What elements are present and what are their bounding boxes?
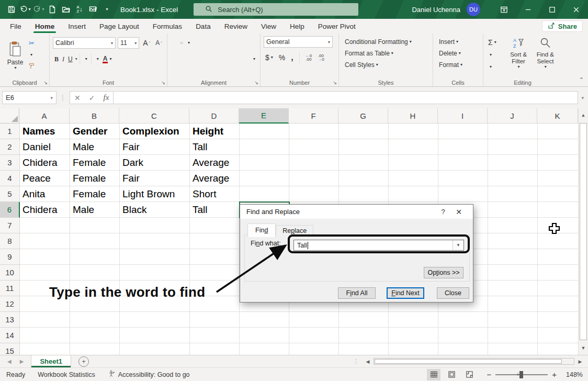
column-header-A[interactable]: A [19, 108, 70, 124]
cell-K6[interactable] [538, 202, 578, 218]
cell-A4[interactable]: Peace [20, 171, 70, 186]
cell-I5[interactable] [438, 186, 488, 202]
row-header-4[interactable]: 4 [0, 171, 20, 186]
cell-C15[interactable] [120, 343, 190, 355]
find-next-button[interactable]: Find Next [387, 287, 424, 299]
decrease-decimal-icon[interactable]: .00→0 [316, 53, 325, 62]
cell-J5[interactable] [488, 186, 538, 202]
orientation-icon[interactable]: ▾ [185, 38, 191, 48]
align-middle-icon[interactable] [175, 42, 178, 44]
tab-help[interactable]: Help [283, 19, 311, 33]
row-header-6[interactable]: 6 [0, 202, 20, 218]
cell-B13[interactable] [70, 312, 120, 328]
cell-G2[interactable] [339, 139, 389, 155]
accessibility-status[interactable]: Accessibility: Good to go [101, 370, 196, 379]
cell-K10[interactable] [538, 265, 578, 281]
cell-D5[interactable]: Short [190, 186, 240, 202]
cell-K15[interactable] [538, 343, 578, 355]
cell-A15[interactable] [20, 343, 70, 355]
tab-formulas[interactable]: Formulas [146, 19, 189, 33]
cell-J1[interactable] [488, 124, 538, 139]
cell-D15[interactable] [190, 343, 240, 355]
cell-B6[interactable]: Male [70, 202, 120, 218]
name-box[interactable]: E6▾ [2, 91, 56, 104]
expand-formula-bar-icon[interactable]: ▾ [579, 95, 586, 100]
cell-J3[interactable] [488, 155, 538, 171]
cell-A10[interactable] [20, 265, 70, 281]
cell-B9[interactable] [70, 249, 120, 265]
merge-center-icon[interactable]: ▾ [250, 54, 257, 64]
cell-I15[interactable] [438, 343, 488, 355]
row-header-13[interactable]: 13 [0, 312, 20, 328]
cell-J2[interactable] [488, 139, 538, 155]
enter-formula-icon[interactable]: ✓ [89, 94, 95, 102]
cell-D6[interactable]: Tall [190, 202, 240, 218]
find-select-button[interactable]: Find & Select▾ [532, 36, 559, 78]
column-header-B[interactable]: B [70, 108, 119, 124]
find-all-button[interactable]: Find All [338, 287, 376, 299]
cell-J6[interactable] [488, 202, 538, 218]
select-all-corner[interactable] [0, 108, 19, 124]
cell-J12[interactable] [488, 296, 538, 312]
cell-E13[interactable] [240, 312, 289, 328]
cell-J7[interactable] [488, 218, 538, 233]
qat-customize-icon[interactable]: ▾ [100, 3, 113, 16]
cell-D14[interactable] [190, 328, 240, 343]
format-painter-icon[interactable] [27, 62, 36, 70]
format-as-table-button[interactable]: Format as Table▾ [342, 49, 413, 58]
close-window-icon[interactable] [564, 0, 588, 19]
open-folder-icon[interactable] [60, 3, 72, 16]
cell-C8[interactable] [120, 233, 190, 249]
cell-K3[interactable] [538, 155, 578, 171]
cell-C1[interactable]: Complexion [120, 124, 190, 139]
workbook-statistics-button[interactable]: Workbook Statistics [31, 371, 101, 378]
cell-I14[interactable] [438, 328, 488, 343]
zoom-in-icon[interactable]: + [552, 370, 557, 379]
column-header-H[interactable]: H [388, 108, 438, 124]
zoom-slider-thumb[interactable] [519, 371, 523, 378]
cell-F14[interactable] [289, 328, 339, 343]
cell-I13[interactable] [438, 312, 488, 328]
wrap-text-icon[interactable] [254, 42, 257, 44]
row-header-10[interactable]: 10 [0, 265, 20, 281]
sheet-tab-sheet1[interactable]: Sheet1 [31, 355, 71, 367]
copy-icon[interactable]: ▾ [27, 50, 36, 60]
cell-E4[interactable] [240, 171, 289, 186]
column-header-C[interactable]: C [119, 108, 189, 124]
alignment-dialog-launcher[interactable]: ↘ [254, 80, 258, 85]
column-header-I[interactable]: I [438, 108, 488, 124]
cell-E5[interactable] [240, 186, 289, 202]
formula-bar-handle[interactable]: ⋮ [56, 94, 70, 102]
cell-D4[interactable]: Average [190, 171, 240, 186]
cell-D3[interactable]: Average [190, 155, 240, 171]
vertical-scrollbar[interactable]: ▲ ▼ [578, 108, 588, 355]
shrink-font-icon[interactable]: Aˇ [154, 38, 164, 48]
cell-K4[interactable] [538, 171, 578, 186]
row-header-14[interactable]: 14 [0, 328, 20, 343]
cell-D7[interactable] [190, 218, 240, 233]
number-dialog-launcher[interactable]: ↘ [333, 80, 337, 85]
cell-B2[interactable]: Male [70, 139, 120, 155]
redo-icon[interactable]: ▾ [32, 3, 45, 16]
cell-K11[interactable] [538, 281, 578, 296]
cell-D8[interactable] [190, 233, 240, 249]
cell-E2[interactable] [240, 139, 289, 155]
dialog-tab-find[interactable]: Find [247, 223, 276, 237]
cell-D13[interactable] [190, 312, 240, 328]
cell-A2[interactable]: Daniel [20, 139, 70, 155]
cell-J14[interactable] [488, 328, 538, 343]
cell-B4[interactable]: Female [70, 171, 120, 186]
cell-D2[interactable]: Tall [190, 139, 240, 155]
horizontal-scrollbar[interactable] [374, 358, 574, 365]
cell-H14[interactable] [389, 328, 438, 343]
cell-H4[interactable] [389, 171, 438, 186]
cell-E3[interactable] [240, 155, 289, 171]
cell-I3[interactable] [438, 155, 488, 171]
cell-C14[interactable] [120, 328, 190, 343]
cell-F5[interactable] [289, 186, 339, 202]
new-file-icon[interactable] [46, 3, 59, 16]
scroll-down-icon[interactable]: ▼ [579, 341, 588, 355]
format-cells-button[interactable]: Format▾ [436, 60, 464, 70]
cell-G14[interactable] [339, 328, 389, 343]
cell-B15[interactable] [70, 343, 120, 355]
